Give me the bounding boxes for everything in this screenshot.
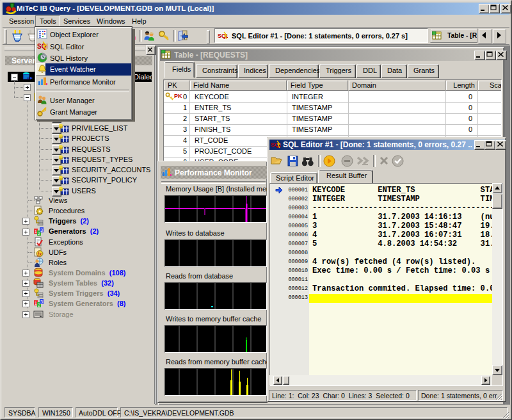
svg-text:1: 1 bbox=[35, 301, 37, 305]
svg-text:1: 1 bbox=[35, 229, 37, 234]
svg-text:3: 3 bbox=[40, 228, 43, 232]
svg-text:fx: fx bbox=[38, 251, 42, 257]
svg-text:3: 3 bbox=[40, 300, 43, 304]
